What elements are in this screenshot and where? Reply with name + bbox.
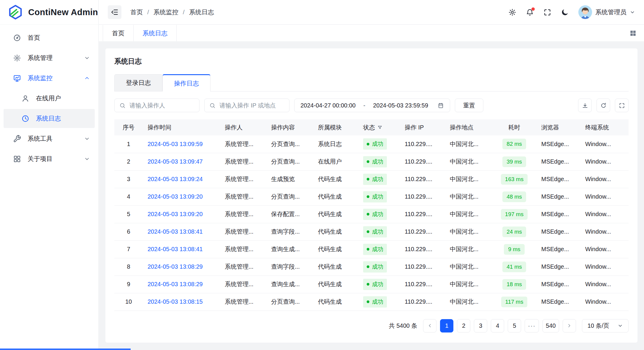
pagination-ellipsis[interactable]: ··· <box>525 319 539 332</box>
time-link[interactable]: 2024-05-03 13:08:29 <box>148 263 203 270</box>
pagination-page-2[interactable]: 2 <box>457 319 470 332</box>
cell-location: 中国河北... <box>445 275 492 293</box>
cell-location: 中国河北... <box>445 240 492 258</box>
time-link[interactable]: 2024-05-03 13:09:59 <box>148 141 203 147</box>
sidebar-item-0[interactable]: 首页 <box>4 28 95 47</box>
cell-content: 生成预览 <box>266 170 313 188</box>
duration-badge: 197 ms <box>501 209 528 220</box>
refresh-icon[interactable] <box>596 99 610 112</box>
column-header-5: 状态 <box>358 119 400 135</box>
sidebar-item-2[interactable]: 系统监控 <box>4 69 95 88</box>
sidebar-item-4[interactable]: 系统日志 <box>4 109 95 128</box>
sidebar-item-label: 系统管理 <box>28 54 53 62</box>
cell-browser: MSEdge... <box>537 153 580 170</box>
cell-index: 10 <box>114 293 143 311</box>
sidebar-item-1[interactable]: 系统管理 <box>4 48 95 67</box>
sidebar-item-label: 在线用户 <box>36 94 61 102</box>
chevron-down-icon <box>84 156 90 162</box>
cell-os: Window... <box>580 170 629 188</box>
menu-fold-icon <box>111 8 118 16</box>
view-tabbar: 首页 系统日志 <box>99 25 644 42</box>
status-dot-icon <box>367 230 369 233</box>
table-row: 72024-05-03 13:08:41系统管理...查询生成...代码生成成功… <box>114 240 629 258</box>
cell-time: 2024-05-03 13:08:29 <box>143 258 220 275</box>
pagination-next-button[interactable] <box>563 319 576 332</box>
cell-duration: 18 ms <box>492 275 537 293</box>
status-badge: 成功 <box>363 279 387 290</box>
date-range-picker[interactable]: 2024-04-27 00:00:00 - 2024-05-03 23:59:5… <box>294 99 450 112</box>
sidebar-item-6[interactable]: 关于项目 <box>4 149 95 168</box>
user-icon <box>21 94 29 102</box>
view-tab-home[interactable]: 首页 <box>103 25 134 41</box>
sidebar-item-3[interactable]: 在线用户 <box>4 89 95 108</box>
table-row: 32024-05-03 13:09:24系统管理...生成预览代码生成成功110… <box>114 170 629 188</box>
chevron-left-icon <box>427 323 433 328</box>
cell-os: Window... <box>580 135 629 153</box>
breadcrumb-monitor[interactable]: 系统监控 <box>154 8 178 16</box>
grid-2x2-icon[interactable] <box>629 29 637 37</box>
cell-operator: 系统管理... <box>220 293 266 311</box>
table-body: 12024-05-03 13:09:59系统管理...分页查询...系统日志成功… <box>114 135 629 311</box>
reset-button[interactable]: 重置 <box>455 99 483 112</box>
pagination-page-5[interactable]: 5 <box>508 319 521 332</box>
tab-login-log[interactable]: 登录日志 <box>114 74 162 91</box>
table-row: 12024-05-03 13:09:59系统管理...分页查询...系统日志成功… <box>114 135 629 153</box>
ip-search-input[interactable]: 请输入操作 IP 或地点 <box>204 99 289 112</box>
sidebar-collapse-button[interactable] <box>108 5 121 19</box>
fullscreen-icon[interactable] <box>543 8 551 16</box>
cell-module: 代码生成 <box>313 275 358 293</box>
operator-search-input[interactable]: 请输入操作人 <box>114 99 200 112</box>
pagination-total: 共 5400 条 <box>389 322 417 330</box>
time-link[interactable]: 2024-05-03 13:08:41 <box>148 228 203 235</box>
time-link[interactable]: 2024-05-03 13:09:47 <box>148 158 203 165</box>
cell-operator: 系统管理... <box>220 153 266 170</box>
time-link[interactable]: 2024-05-03 13:08:15 <box>148 298 203 305</box>
cell-content: 分页查询... <box>266 293 313 311</box>
cell-module: 代码生成 <box>313 293 358 311</box>
time-link[interactable]: 2024-05-03 13:08:41 <box>148 246 203 252</box>
pagination-page-540[interactable]: 540 <box>542 319 559 332</box>
cell-index: 3 <box>114 170 143 188</box>
breadcrumb-home[interactable]: 首页 <box>130 8 143 16</box>
funnel-icon[interactable] <box>377 125 382 130</box>
pagination-prev-button[interactable] <box>423 319 436 332</box>
time-link[interactable]: 2024-05-03 13:09:24 <box>148 176 203 182</box>
time-link[interactable]: 2024-05-03 13:09:20 <box>148 193 203 200</box>
download-icon[interactable] <box>578 99 592 112</box>
breadcrumb: 首页 / 系统监控 / 系统日志 <box>130 8 214 16</box>
cell-ip: 110.229.... <box>400 240 445 258</box>
status-badge: 成功 <box>363 191 387 202</box>
time-link[interactable]: 2024-05-03 13:08:29 <box>148 281 203 287</box>
cell-module: 代码生成 <box>313 170 358 188</box>
cell-content: 查询字段... <box>266 258 313 275</box>
table-header: 序号操作时间操作人操作内容所属模块状态操作 IP操作地点耗时浏览器终端系统 <box>114 119 629 135</box>
settings-gear-icon[interactable] <box>508 8 516 16</box>
cell-index: 4 <box>114 188 143 205</box>
view-tab-system-log[interactable]: 系统日志 <box>134 25 177 41</box>
dark-mode-moon-icon[interactable] <box>561 8 569 16</box>
cell-index: 8 <box>114 258 143 275</box>
sidebar-item-label: 关于项目 <box>28 155 53 163</box>
pagination-page-4[interactable]: 4 <box>491 319 504 332</box>
column-header-1: 操作时间 <box>143 119 220 135</box>
cell-operator: 系统管理... <box>220 205 266 223</box>
duration-badge: 39 ms <box>502 156 526 167</box>
status-badge: 成功 <box>363 138 387 150</box>
pagination-page-1[interactable]: 1 <box>440 319 453 332</box>
cell-index: 2 <box>114 153 143 170</box>
content-area: 系统日志 登录日志 操作日志 请输入操作人 请输入操作 IP 或地点 <box>99 42 644 350</box>
time-link[interactable]: 2024-05-03 13:09:20 <box>148 211 203 217</box>
notifications-bell-icon[interactable] <box>526 8 534 16</box>
expand-icon[interactable] <box>615 99 629 112</box>
page-size-select[interactable]: 10 条/页 <box>582 319 629 332</box>
pagination-page-3[interactable]: 3 <box>474 319 487 332</box>
user-menu[interactable]: 系统管理员 <box>578 5 635 19</box>
table-toolbar <box>578 99 629 112</box>
tab-operation-log[interactable]: 操作日志 <box>162 74 211 91</box>
chevron-down-icon <box>84 136 90 142</box>
cell-browser: MSEdge... <box>537 135 580 153</box>
sidebar-item-5[interactable]: 系统工具 <box>4 129 95 148</box>
cell-status: 成功 <box>358 275 400 293</box>
grid-icon <box>13 155 21 163</box>
cell-content: 查询生成... <box>266 275 313 293</box>
